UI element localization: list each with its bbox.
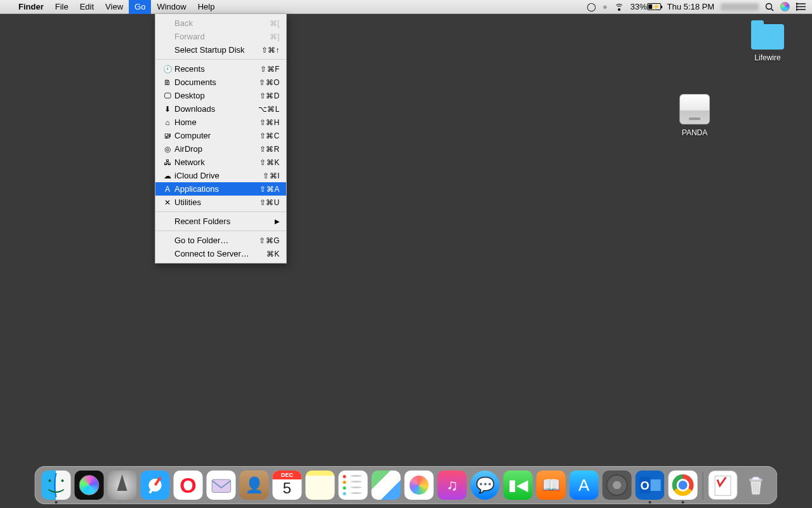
svg-line-1 <box>771 8 774 11</box>
desktop-folder-lifewire[interactable]: Lifewire <box>742 24 793 62</box>
clock[interactable]: Thu 5:18 PM <box>667 2 714 11</box>
menu-applications[interactable]: A Applications ⇧⌘A <box>155 182 286 196</box>
menu-airdrop[interactable]: ◎ AirDrop ⇧⌘R <box>155 142 286 156</box>
menu-view[interactable]: View <box>100 0 129 14</box>
menu-documents[interactable]: 🗎 Documents ⇧⌘O <box>155 76 286 89</box>
menu-utilities[interactable]: ✕ Utilities ⇧⌘U <box>155 196 286 209</box>
comment-icon[interactable]: ● <box>603 2 608 11</box>
calendar-day: 5 <box>273 479 302 497</box>
svg-point-6 <box>796 6 797 8</box>
menu-home[interactable]: ⌂ Home ⇧⌘H <box>155 116 286 129</box>
dock-messages[interactable]: 💬 <box>471 471 500 500</box>
dock-chrome[interactable] <box>669 471 698 500</box>
dock-downloads[interactable] <box>709 471 738 500</box>
dock-mail[interactable] <box>207 471 236 500</box>
svg-point-0 <box>766 3 772 9</box>
menubar: Finder File Edit View Go Window Help ◯ ●… <box>0 0 812 14</box>
svg-point-8 <box>49 479 51 482</box>
dock-books[interactable]: 📖 <box>537 471 566 500</box>
dock-reminders[interactable] <box>339 471 368 500</box>
creative-cloud-icon[interactable]: ◯ <box>587 2 596 11</box>
battery-percent: 33% <box>631 2 647 11</box>
menu-go-to-folder[interactable]: Go to Folder… ⇧⌘G <box>155 234 286 247</box>
menu-edit[interactable]: Edit <box>74 0 100 14</box>
dock-finder[interactable] <box>42 471 71 500</box>
menu-back: Back ⌘[ <box>155 17 286 30</box>
utilities-icon: ✕ <box>162 198 173 207</box>
svg-rect-14 <box>715 476 731 496</box>
dock-separator <box>703 472 704 500</box>
svg-point-9 <box>62 479 64 482</box>
notification-center-icon[interactable] <box>796 3 806 11</box>
cloud-icon: ☁ <box>162 171 173 180</box>
menu-separator <box>155 211 286 212</box>
clock-icon: 🕘 <box>162 65 173 74</box>
calendar-month: DEC <box>273 471 302 479</box>
menu-computer[interactable]: 🖳 Computer ⇧⌘C <box>155 129 286 142</box>
battery-status[interactable]: 33% ⚡ <box>631 2 661 11</box>
menu-network[interactable]: 🖧 Network ⇧⌘K <box>155 156 286 169</box>
document-icon: 🗎 <box>162 78 173 87</box>
menu-separator <box>155 231 286 231</box>
desktop-icon-label: PANDA <box>669 128 720 137</box>
applications-icon: A <box>162 185 173 194</box>
app-menu[interactable]: Finder <box>13 0 49 14</box>
menu-desktop[interactable]: 🖵 Desktop ⇧⌘D <box>155 89 286 102</box>
siri-icon[interactable] <box>780 2 790 11</box>
dock-appstore[interactable] <box>570 471 599 500</box>
desktop-icon-label: Lifewire <box>742 53 793 62</box>
dock-safari[interactable] <box>141 471 170 500</box>
menu-separator <box>155 59 286 60</box>
desktop-drive-panda[interactable]: PANDA <box>669 94 720 137</box>
menu-select-startup-disk[interactable]: Select Startup Disk ⇧⌘↑ <box>155 43 286 57</box>
home-icon: ⌂ <box>162 118 173 127</box>
drive-icon <box>679 94 710 124</box>
computer-icon: 🖳 <box>162 131 173 140</box>
spotlight-icon[interactable] <box>765 3 774 11</box>
folder-icon <box>751 24 784 50</box>
dock-notes[interactable] <box>306 471 335 500</box>
dock: O 👤 DEC 5 ➤ ♫ 💬 ▮◀ 📖 O <box>35 466 778 504</box>
svg-point-7 <box>796 9 797 10</box>
dock-opera[interactable]: O <box>174 471 203 500</box>
menu-recents[interactable]: 🕘 Recents ⇧⌘F <box>155 62 286 76</box>
submenu-arrow-icon: ▶ <box>275 218 280 225</box>
user-name-redacted <box>721 3 759 11</box>
svg-rect-13 <box>651 479 661 491</box>
dock-facetime[interactable]: ▮◀ <box>504 471 533 500</box>
menu-go[interactable]: Go <box>129 0 151 14</box>
dock-trash[interactable] <box>742 471 771 500</box>
wifi-icon[interactable] <box>614 3 624 11</box>
svg-rect-10 <box>212 479 230 492</box>
airdrop-icon: ◎ <box>162 145 173 154</box>
dock-photos[interactable] <box>405 471 434 500</box>
dock-system-preferences[interactable] <box>603 471 632 500</box>
menu-file[interactable]: File <box>49 0 74 14</box>
svg-point-5 <box>796 3 797 4</box>
svg-text:O: O <box>640 479 649 492</box>
dock-siri[interactable] <box>75 471 104 500</box>
dock-maps[interactable]: ➤ <box>372 471 401 500</box>
menu-forward: Forward ⌘] <box>155 30 286 43</box>
menu-window[interactable]: Window <box>151 0 192 14</box>
network-icon: 🖧 <box>162 158 173 167</box>
menu-downloads[interactable]: ⬇ Downloads ⌥⌘L <box>155 102 286 116</box>
menu-recent-folders[interactable]: Recent Folders ▶ <box>155 215 286 228</box>
dock-calendar[interactable]: DEC 5 <box>273 471 302 500</box>
desktop-icon: 🖵 <box>162 91 173 100</box>
go-menu-dropdown: Back ⌘[ Forward ⌘] Select Startup Disk ⇧… <box>155 14 287 264</box>
menu-icloud-drive[interactable]: ☁ iCloud Drive ⇧⌘I <box>155 169 286 182</box>
menu-help[interactable]: Help <box>192 0 221 14</box>
dock-music[interactable]: ♫ <box>438 471 467 500</box>
dock-contacts[interactable]: 👤 <box>240 471 269 500</box>
dock-outlook[interactable]: O <box>636 471 665 500</box>
menu-connect-to-server[interactable]: Connect to Server… ⌘K <box>155 247 286 260</box>
download-icon: ⬇ <box>162 105 173 114</box>
dock-launchpad[interactable] <box>108 471 137 500</box>
